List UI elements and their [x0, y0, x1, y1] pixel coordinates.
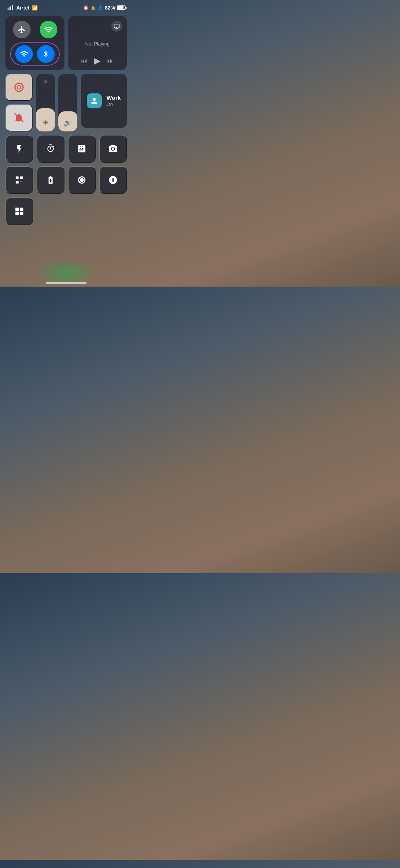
svg-point-3: [112, 147, 114, 150]
flashlight-button[interactable]: [5, 135, 33, 163]
camera-button[interactable]: [99, 135, 127, 163]
screen-time-button[interactable]: [5, 74, 33, 101]
fast-forward-button[interactable]: ⏭: [107, 57, 114, 65]
battery-mode-button[interactable]: [37, 166, 64, 194]
control-center: Not Playing ⏮ ▶ ⏭: [0, 13, 132, 225]
last-row: [5, 197, 127, 225]
airplane-mode-button[interactable]: [13, 21, 31, 38]
cellular-button[interactable]: [40, 21, 57, 38]
work-focus-button[interactable]: Work On: [81, 74, 127, 128]
play-button[interactable]: ▶: [94, 56, 100, 66]
screen-record-button[interactable]: [68, 166, 96, 194]
volume-icon: 🔊: [63, 119, 72, 127]
screen-mirror-button[interactable]: [5, 197, 33, 225]
now-playing-panel: Not Playing ⏮ ▶ ⏭: [68, 16, 127, 70]
wifi-status-icon: 📶: [32, 5, 38, 11]
qr-scanner-button[interactable]: [5, 166, 33, 194]
work-focus-text: Work On: [107, 95, 121, 107]
screen-orientation-icon: 🔒: [91, 5, 96, 10]
carrier-name: Airtel: [16, 5, 29, 11]
battery-icon: [117, 5, 126, 10]
status-bar: Airtel 📶 ⏰ 🔒 👤 82%: [0, 0, 132, 13]
silent-mode-button[interactable]: [5, 104, 33, 131]
svg-point-1: [17, 86, 21, 89]
shazam-button[interactable]: [99, 166, 127, 194]
signal-bars: [7, 5, 13, 10]
connectivity-panel: [5, 16, 64, 70]
work-icon: [87, 93, 102, 108]
wifi-button[interactable]: [15, 45, 33, 63]
status-right: ⏰ 🔒 👤 82%: [83, 5, 126, 11]
wifi-bt-highlighted-row: [10, 42, 60, 66]
media-controls: ⏮ ▶ ⏭: [81, 56, 114, 66]
top-row: Not Playing ⏮ ▶ ⏭: [5, 16, 127, 70]
bluetooth-button[interactable]: [37, 45, 55, 63]
icon-grid-row1: [5, 135, 127, 163]
timer-button[interactable]: [37, 135, 64, 163]
status-left: Airtel 📶: [7, 5, 38, 11]
volume-slider[interactable]: 🔊: [58, 74, 77, 131]
person-icon: 👤: [98, 5, 103, 10]
calculator-button[interactable]: [68, 135, 96, 163]
home-indicator[interactable]: [46, 282, 87, 284]
rewind-button[interactable]: ⏮: [81, 57, 88, 65]
brightness-top-icon: ☀: [43, 78, 48, 85]
battery-percentage: 82%: [105, 5, 115, 11]
alarm-icon: ⏰: [83, 5, 89, 10]
brightness-slider[interactable]: ☀ ☀: [36, 74, 55, 131]
svg-point-5: [80, 178, 84, 182]
now-playing-status: Not Playing: [85, 41, 110, 47]
combined-row: ☀ ☀ 🔊 Work On: [5, 74, 127, 131]
brightness-icon: ☀: [42, 119, 49, 127]
icon-grid-row2: [5, 166, 127, 194]
airplay-button[interactable]: [111, 21, 122, 32]
focus-buttons: [5, 74, 33, 131]
